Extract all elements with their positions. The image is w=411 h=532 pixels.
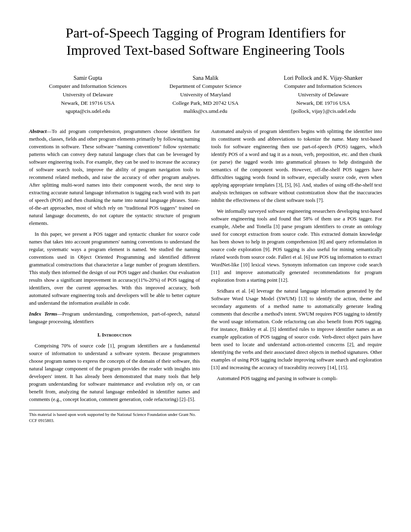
- author-email-3: {pollock, vijay}@cis.udel.edu: [264, 107, 382, 116]
- author-name-1: Samir Gupta: [29, 74, 147, 83]
- authors-row: Samir Gupta Computer and Information Sci…: [29, 74, 382, 116]
- author-university-3: University of Delaware: [264, 91, 382, 99]
- author-dept-3: Computer and Information Sciences: [264, 82, 382, 91]
- main-content: Abstract—To aid program comprehension, p…: [29, 128, 382, 424]
- intro-para1: Comprising 70% of source code [1], progr…: [29, 342, 200, 403]
- author-university-1: University of Delaware: [29, 91, 147, 99]
- abstract-box: Abstract—To aid program comprehension, p…: [29, 128, 200, 326]
- author-block-2: Sana Malik Department of Computer Scienc…: [147, 74, 264, 116]
- abstract-para1: Abstract—To aid program comprehension, p…: [29, 128, 200, 227]
- author-location-1: Newark, DE 19716 USA: [29, 99, 147, 108]
- right-para2: We informally surveyed software engineer…: [211, 208, 382, 284]
- left-column: Abstract—To aid program comprehension, p…: [29, 128, 200, 424]
- author-name-2: Sana Malik: [147, 74, 264, 83]
- abstract-label: Abstract: [29, 129, 47, 134]
- right-column: Automated analysis of program identifier…: [211, 128, 382, 424]
- author-dept-2: Department of Computer Science: [147, 82, 264, 91]
- author-university-2: University of Maryland: [147, 91, 264, 99]
- abstract-text-1: —To aid program comprehension, programme…: [29, 129, 200, 226]
- abstract-para2: In this paper, we present a POS tagger a…: [29, 231, 200, 307]
- author-dept-1: Computer and Information Sciences: [29, 82, 147, 91]
- author-location-3: Newark, DE 19716 USA: [264, 99, 382, 108]
- right-para1: Automated analysis of program identifier…: [211, 128, 382, 204]
- index-terms: Index Terms—Program understanding, compr…: [29, 310, 200, 326]
- author-email-1: sgupta@cis.udel.edu: [29, 107, 147, 116]
- author-location-2: College Park, MD 20742 USA: [147, 99, 264, 108]
- intro-heading: I. Introduction: [29, 331, 200, 339]
- index-terms-label: Index Terms: [29, 311, 57, 317]
- author-block-1: Samir Gupta Computer and Information Sci…: [29, 74, 147, 116]
- author-name-3: Lori Pollock and K. Vijay-Shanker: [264, 74, 382, 83]
- author-block-3: Lori Pollock and K. Vijay-Shanker Comput…: [264, 74, 382, 116]
- right-para3: Sridhara et al. [4] leverage the natural…: [211, 287, 382, 372]
- author-email-2: maliks@cs.umd.edu: [147, 107, 264, 116]
- right-para4: Automated POS tagging and parsing in sof…: [211, 375, 382, 382]
- paper-title: Part-of-Speech Tagging of Program Identi…: [29, 24, 382, 59]
- footnote: This material is based upon work support…: [29, 410, 200, 424]
